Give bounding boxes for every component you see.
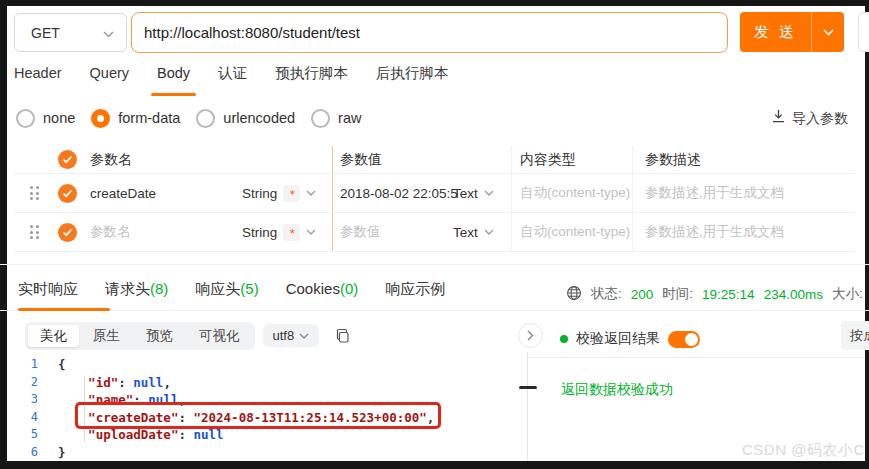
chevron-down-icon [103, 24, 114, 42]
param-name-input[interactable]: 参数名 [90, 213, 131, 251]
chevron-down-icon [299, 333, 309, 339]
validation-title: 校验返回结果 [576, 330, 660, 348]
row-checkbox[interactable] [58, 174, 77, 212]
annotation-highlight-box [75, 402, 441, 429]
required-asterisk-icon: * [283, 224, 300, 241]
select-all-checkbox[interactable] [58, 146, 77, 173]
mode-beautify[interactable]: 美化 [28, 325, 79, 347]
url-input[interactable] [131, 12, 728, 53]
content-type-input[interactable]: 自动(content-type) [520, 174, 630, 212]
radio-urlencoded[interactable]: urlencoded [196, 109, 295, 128]
col-header-desc: 参数描述 [645, 146, 701, 173]
drag-handle-icon[interactable] [30, 213, 39, 251]
params-table-header: 参数名 参数值 内容类型 参数描述 [14, 146, 855, 174]
param-name-input[interactable]: createDate [90, 174, 156, 212]
param-value-input[interactable]: 2018-08-02 22:05:5 [340, 174, 458, 212]
send-dropdown-chevron-icon[interactable] [812, 12, 844, 52]
partial-button[interactable] [858, 12, 869, 52]
validation-panel-header: 校验返回结果 [560, 329, 700, 349]
table-row: createDate String * 2018-08-02 22:05:5 T… [14, 174, 855, 213]
code-line: 6 } [14, 444, 519, 462]
row-checkbox[interactable] [58, 213, 77, 251]
chevron-down-icon [484, 229, 494, 235]
tab-realtime-response[interactable]: 实时响应 [18, 280, 78, 306]
watermark: CSDN @码农小C [742, 441, 865, 460]
tab-body[interactable]: Body [157, 62, 190, 88]
green-dot-icon [560, 335, 568, 343]
send-button-label: 发 送 [740, 12, 811, 52]
drag-handle-icon[interactable] [30, 174, 39, 212]
viewer-toolbar: 美化 原生 预览 可视化 utf8 [25, 321, 351, 350]
param-type-select[interactable]: String * [242, 213, 316, 251]
collapse-panel-button[interactable] [518, 323, 543, 348]
duration-value: 234.00ms [764, 287, 823, 302]
download-icon [771, 109, 786, 128]
tab-response-headers[interactable]: 响应头(5) [195, 280, 258, 306]
col-header-value: 参数值 [340, 146, 382, 173]
method-select[interactable]: GET [14, 13, 127, 52]
copy-icon[interactable] [335, 328, 351, 344]
param-type-select[interactable]: String * [242, 174, 316, 212]
code-line: 2 "id": null, [14, 374, 519, 392]
tab-header[interactable]: Header [14, 62, 62, 88]
mode-raw[interactable]: 原生 [81, 325, 132, 347]
content-type-input[interactable]: 自动(content-type) [520, 213, 630, 251]
divider-drag-handle[interactable] [519, 386, 537, 389]
panel-divider[interactable] [527, 352, 528, 461]
response-status-bar: 状态: 200 时间: 19:25:14 234.00ms 大小: [566, 284, 863, 304]
param-desc-input[interactable]: 参数描述,用于生成文档 [645, 213, 784, 251]
validation-mode-button[interactable]: 按成 [841, 321, 869, 350]
param-type-label: String [242, 225, 277, 240]
import-params-label: 导入参数 [792, 110, 848, 128]
status-code: 200 [631, 287, 654, 302]
param-desc-input[interactable]: 参数描述,用于生成文档 [645, 174, 784, 212]
app-window: GET 发 送 Header Query Body 认证 预执行脚本 后执行脚本… [0, 0, 869, 469]
status-label: 状态: [591, 285, 622, 303]
mode-visualize[interactable]: 可视化 [187, 325, 252, 347]
radio-form-data[interactable]: form-data [91, 109, 180, 128]
radio-selected-icon [91, 109, 110, 128]
time-value: 19:25:14 [702, 287, 755, 302]
params-table: 参数名 参数值 内容类型 参数描述 createDate String * 20… [14, 146, 855, 252]
encoding-select[interactable]: utf8 [263, 324, 320, 347]
size-label: 大小: [832, 285, 863, 303]
value-type-select[interactable]: Text [453, 213, 494, 251]
value-type-select[interactable]: Text [453, 174, 494, 212]
radio-circle-icon [311, 109, 330, 128]
code-line: 1 { [14, 356, 519, 374]
required-asterisk-icon: * [283, 185, 300, 202]
tab-auth[interactable]: 认证 [218, 62, 247, 88]
radio-none[interactable]: none [16, 109, 75, 128]
time-label: 时间: [662, 285, 693, 303]
col-header-name: 参数名 [90, 146, 132, 173]
param-value-input[interactable]: 参数值 [340, 213, 381, 251]
tab-request-headers[interactable]: 请求头(8) [105, 280, 168, 306]
radio-raw[interactable]: raw [311, 109, 361, 128]
value-type-label: Text [453, 225, 478, 240]
radio-raw-label: raw [338, 110, 361, 126]
encoding-label: utf8 [273, 328, 295, 343]
import-params-button[interactable]: 导入参数 [771, 109, 848, 128]
mode-preview[interactable]: 预览 [134, 325, 185, 347]
table-row: 参数名 String * 参数值 Text 自动(content-type) 参… [14, 213, 855, 252]
tab-cookies[interactable]: Cookies(0) [286, 280, 359, 306]
chevron-down-icon [306, 190, 316, 196]
validation-panel-divider [528, 357, 865, 358]
chevron-down-icon [306, 229, 316, 235]
tab-response-example[interactable]: 响应示例 [385, 280, 445, 306]
method-label: GET [31, 25, 60, 41]
radio-circle-icon [196, 109, 215, 128]
radio-form-data-label: form-data [118, 110, 180, 126]
tab-post-script[interactable]: 后执行脚本 [376, 62, 449, 88]
view-mode-segmented-control: 美化 原生 预览 可视化 [25, 322, 255, 350]
tab-pre-script[interactable]: 预执行脚本 [275, 62, 348, 88]
validation-result-text: 返回数据校验成功 [561, 381, 673, 399]
response-tabs: 实时响应 请求头(8) 响应头(5) Cookies(0) 响应示例 [18, 280, 445, 306]
tab-query[interactable]: Query [90, 62, 130, 88]
send-button[interactable]: 发 送 [740, 12, 844, 52]
active-tab-underline [18, 308, 110, 311]
col-header-content-type: 内容类型 [520, 146, 576, 173]
chevron-down-icon [484, 190, 494, 196]
validation-toggle[interactable] [668, 331, 700, 348]
chevron-right-icon [527, 330, 534, 341]
